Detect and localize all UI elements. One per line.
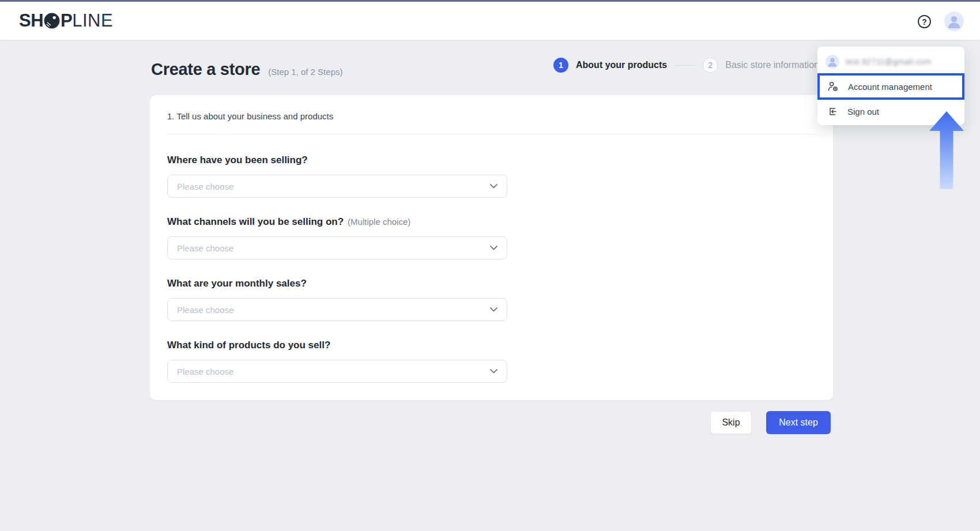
select-placeholder: Please choose <box>177 182 490 191</box>
step-1-number: 1 <box>559 61 563 70</box>
step-1-circle: 1 <box>553 58 568 73</box>
section-divider <box>167 134 816 134</box>
next-step-button[interactable]: Next step <box>766 411 831 434</box>
stepper-connector-line <box>675 65 696 66</box>
question-label-selling-where: Where have you been selling? <box>167 155 308 166</box>
step-2-label: Basic store information <box>725 60 819 70</box>
multiple-choice-hint: (Multiple choice) <box>348 217 410 227</box>
chevron-down-icon <box>490 307 497 312</box>
account-email-blurred: test.92711@gmail.com <box>846 57 931 66</box>
step-1-label: About your products <box>576 60 667 70</box>
step-2-number: 2 <box>708 61 713 70</box>
select-placeholder: Please choose <box>177 305 490 315</box>
step-2-circle: 2 <box>703 58 718 73</box>
select-product-kind[interactable]: Please choose <box>167 360 507 383</box>
logo-tag-icon <box>44 13 60 29</box>
select-channels[interactable]: Please choose <box>167 236 507 259</box>
chevron-down-icon <box>490 369 497 374</box>
question-label-product-kind: What kind of products do you sell? <box>167 340 330 351</box>
create-store-form-card: 1. Tell us about your business and produ… <box>150 95 833 400</box>
question-label-monthly-sales: What are your monthly sales? <box>167 278 307 289</box>
skip-button[interactable]: Skip <box>710 411 752 434</box>
menu-item-account-management[interactable]: Account management <box>817 73 964 100</box>
chevron-down-icon <box>490 246 497 250</box>
account-email-row: test.92711@gmail.com <box>826 51 958 73</box>
select-selling-where[interactable]: Please choose <box>167 175 507 198</box>
help-glyph: ? <box>922 17 927 27</box>
page-step-indicator: (Step 1, of 2 Steps) <box>268 67 342 77</box>
menu-item-sign-out[interactable]: Sign out <box>817 100 964 123</box>
sign-out-icon <box>827 107 837 116</box>
app-header: SH P LINE ? <box>0 2 980 40</box>
account-management-icon <box>828 81 838 92</box>
chevron-down-icon <box>490 184 497 189</box>
select-placeholder: Please choose <box>177 367 490 376</box>
page-title: Create a store <box>151 60 260 79</box>
person-icon <box>826 55 839 69</box>
account-dropdown-menu: test.92711@gmail.com Account management … <box>817 47 964 125</box>
question-label-channels: What channels will you be selling on?(Mu… <box>167 216 410 228</box>
stepper: 1 About your products 2 Basic store info… <box>553 58 819 73</box>
user-avatar[interactable] <box>944 12 964 31</box>
menu-avatar <box>826 55 839 69</box>
shopline-logo[interactable]: SH P LINE <box>19 2 113 40</box>
create-store-page: { "header": { "logo": { "sh": "SH", "p":… <box>0 0 980 531</box>
form-section-title: 1. Tell us about your business and produ… <box>167 111 333 121</box>
help-icon[interactable]: ? <box>918 15 931 28</box>
page-title-row: Create a store (Step 1, of 2 Steps) <box>151 60 342 79</box>
logo-text-line: LINE <box>72 10 113 31</box>
logo-text-sh: SH <box>19 10 43 31</box>
menu-item-label: Account management <box>848 82 932 92</box>
select-placeholder: Please choose <box>177 243 490 253</box>
logo-text-p: P <box>61 10 72 31</box>
menu-item-label: Sign out <box>847 107 879 116</box>
select-monthly-sales[interactable]: Please choose <box>167 298 507 321</box>
person-icon <box>944 12 964 31</box>
